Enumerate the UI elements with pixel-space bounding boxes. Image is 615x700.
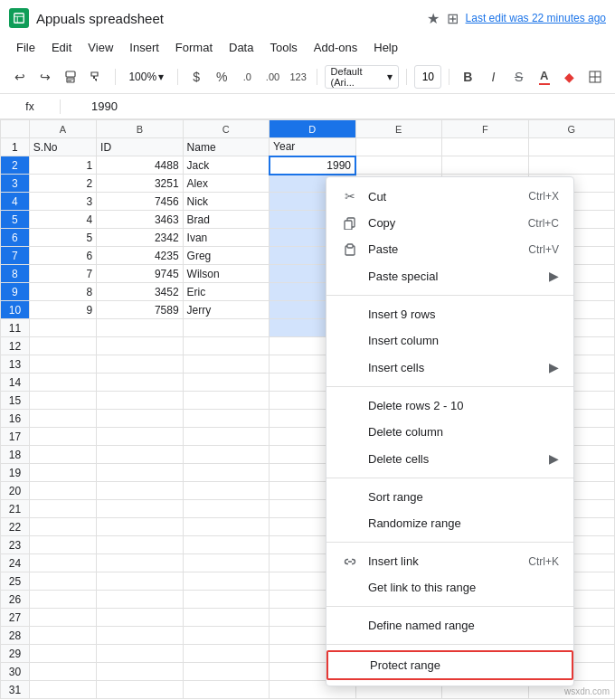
menu-data[interactable]: Data (222, 38, 260, 57)
menu-icon[interactable]: ⊞ (447, 10, 459, 27)
protect-range-label: Protect range (370, 658, 557, 672)
percent-button[interactable]: % (211, 65, 232, 89)
cell-a4[interactable]: 3 (29, 193, 96, 211)
cell-e2[interactable] (355, 156, 441, 175)
cell-a8[interactable]: 7 (29, 265, 96, 283)
cell-a5[interactable]: 4 (29, 211, 96, 229)
cell-f2[interactable] (442, 156, 528, 175)
row-num: 8 (1, 265, 30, 283)
col-header-e[interactable]: E (355, 120, 441, 138)
row-num: 6 (1, 229, 30, 247)
context-menu-delete-rows[interactable]: Delete rows 2 - 10 (326, 393, 573, 419)
cell-a3[interactable]: 2 (29, 175, 96, 193)
paint-format-button[interactable] (85, 65, 107, 89)
context-menu-insert-rows[interactable]: Insert 9 rows (326, 301, 573, 327)
borders-button[interactable] (584, 65, 606, 89)
context-menu-cut[interactable]: ✂ Cut Ctrl+X (326, 183, 573, 210)
strikethrough-button[interactable]: S (508, 65, 530, 89)
print-button[interactable] (60, 65, 81, 89)
font-family-dropdown[interactable]: Default (Ari... ▾ (325, 65, 400, 89)
cell-b7[interactable]: 4235 (97, 247, 183, 265)
italic-button[interactable]: I (482, 65, 504, 89)
menu-view[interactable]: View (80, 38, 120, 57)
cell-c3[interactable]: Alex (183, 175, 269, 193)
dec-decrease-button[interactable]: .0 (236, 65, 258, 89)
cell-f1[interactable] (442, 138, 528, 156)
context-menu-define-range[interactable]: Define named range (326, 612, 573, 639)
col-header-a[interactable]: A (29, 120, 96, 138)
cell-a2[interactable]: 1 (29, 156, 96, 175)
menu-tools[interactable]: Tools (262, 38, 304, 57)
cell-b1[interactable]: ID (97, 138, 183, 156)
cell-b5[interactable]: 3463 (97, 211, 183, 229)
cell-e1[interactable] (355, 138, 441, 156)
context-menu-insert-link[interactable]: Insert link Ctrl+K (326, 548, 573, 574)
cell-d2[interactable]: 1990 (270, 156, 355, 175)
context-menu-randomize-range[interactable]: Randomize range (326, 510, 573, 536)
cell-b10[interactable]: 7589 (97, 301, 183, 319)
context-menu-delete-column[interactable]: Delete column (326, 419, 573, 445)
cell-a7[interactable]: 6 (29, 247, 96, 265)
font-color-button[interactable]: A (534, 65, 555, 89)
context-menu-paste[interactable]: Paste Ctrl+V (326, 236, 573, 262)
cm-divider-5 (326, 606, 573, 607)
zoom-control[interactable]: 100% ▾ (122, 68, 170, 86)
cell-c10[interactable]: Jerry (183, 301, 269, 319)
cell-b8[interactable]: 9745 (97, 265, 183, 283)
redo-button[interactable]: ↪ (34, 65, 56, 89)
formula-input[interactable]: 1990 (91, 99, 608, 113)
cell-a9[interactable]: 8 (29, 283, 96, 301)
cell-c6[interactable]: Ivan (183, 229, 269, 247)
cell-b2[interactable]: 4488 (97, 156, 183, 175)
delete-cells-arrow: ▶ (549, 451, 559, 466)
cell-d1[interactable]: Year (270, 138, 355, 156)
col-header-c[interactable]: C (183, 120, 269, 138)
cell-g2[interactable] (528, 156, 614, 175)
star-icon[interactable]: ★ (427, 10, 440, 27)
col-header-f[interactable]: F (442, 120, 528, 138)
cell-c7[interactable]: Greg (183, 247, 269, 265)
cell-c4[interactable]: Nick (183, 193, 269, 211)
context-menu-insert-column[interactable]: Insert column (326, 327, 573, 354)
context-menu-get-link[interactable]: Get link to this range (326, 574, 573, 601)
context-menu-protect-range[interactable]: Protect range (326, 650, 573, 680)
cell-c9[interactable]: Eric (183, 283, 269, 301)
menu-edit[interactable]: Edit (44, 38, 79, 57)
menu-format[interactable]: Format (168, 38, 220, 57)
row-num: 10 (1, 301, 30, 319)
menu-bar: File Edit View Insert Format Data Tools … (0, 34, 615, 60)
undo-button[interactable]: ↩ (9, 65, 31, 89)
context-menu-sort-range[interactable]: Sort range (326, 484, 573, 510)
cell-b6[interactable]: 2342 (97, 229, 183, 247)
menu-insert[interactable]: Insert (122, 38, 166, 57)
copy-shortcut: Ctrl+C (528, 217, 559, 230)
cell-c2[interactable]: Jack (183, 156, 269, 175)
context-menu-paste-special[interactable]: Paste special ▶ (326, 262, 573, 289)
cell-a6[interactable]: 5 (29, 229, 96, 247)
context-menu-insert-cells[interactable]: Insert cells ▶ (326, 354, 573, 381)
col-header-d[interactable]: D (270, 120, 355, 138)
cell-b9[interactable]: 3452 (97, 283, 183, 301)
fill-color-button[interactable]: ◆ (559, 65, 581, 89)
cell-c1[interactable]: Name (183, 138, 269, 156)
cell-g1[interactable] (528, 138, 614, 156)
context-menu-delete-cells[interactable]: Delete cells ▶ (326, 445, 573, 472)
currency-button[interactable]: $ (185, 65, 207, 89)
cell-b3[interactable]: 3251 (97, 175, 183, 193)
menu-addons[interactable]: Add-ons (307, 38, 364, 57)
menu-help[interactable]: Help (366, 38, 405, 57)
cell-c8[interactable]: Wilson (183, 265, 269, 283)
col-header-b[interactable]: B (97, 120, 183, 138)
cell-a10[interactable]: 9 (29, 301, 96, 319)
cell-c5[interactable]: Brad (183, 211, 269, 229)
cell-a1[interactable]: S.No (29, 138, 96, 156)
define-range-label: Define named range (368, 619, 559, 632)
context-menu-copy[interactable]: Copy Ctrl+C (326, 210, 573, 236)
col-header-g[interactable]: G (528, 120, 614, 138)
menu-file[interactable]: File (9, 38, 43, 57)
bold-button[interactable]: B (457, 65, 478, 89)
more-formats-button[interactable]: 123 (288, 65, 309, 89)
dec-increase-button[interactable]: .00 (261, 65, 283, 89)
font-size-input[interactable] (414, 65, 441, 89)
cell-b4[interactable]: 7456 (97, 193, 183, 211)
